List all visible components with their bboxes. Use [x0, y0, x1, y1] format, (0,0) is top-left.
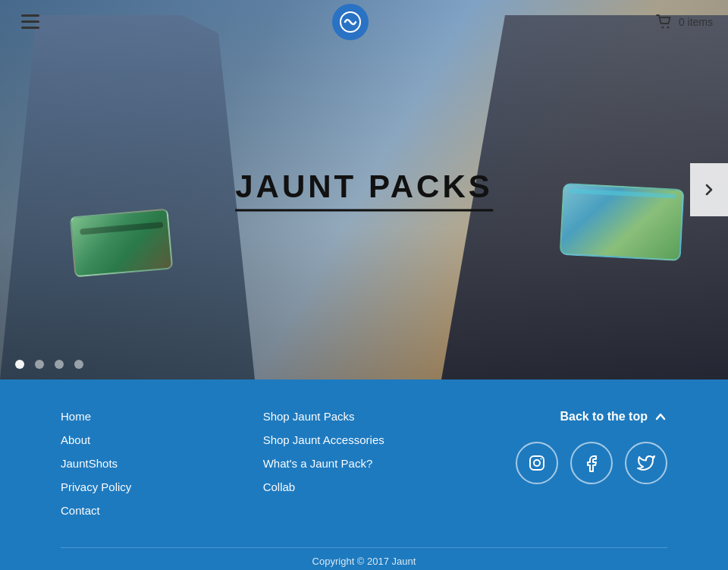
facebook-icon [582, 454, 601, 472]
chevron-up-icon [654, 410, 667, 424]
hero-section: JAUNT PACKS [0, 0, 728, 379]
svg-point-2 [667, 26, 669, 28]
svg-rect-3 [530, 456, 544, 470]
header: 0 items [0, 0, 728, 43]
slide-dot-4[interactable] [74, 360, 83, 369]
footer-col-1: Home About JauntShots Privacy Policy Con… [61, 410, 131, 517]
slide-text: JAUNT PACKS [235, 168, 493, 212]
slide-dot-3[interactable] [55, 360, 64, 369]
footer-link-whats-jaunt[interactable]: What's a Jaunt Pack? [263, 457, 384, 470]
hamburger-line-1 [21, 14, 39, 17]
footer-link-contact[interactable]: Contact [61, 504, 131, 517]
facebook-icon-button[interactable] [570, 442, 613, 484]
fanny-pack-right [560, 183, 685, 261]
twitter-icon-button[interactable] [625, 442, 667, 484]
footer-right: Back to the top [516, 410, 667, 517]
copyright-text: Copyright © 2017 Jaunt [312, 556, 416, 567]
hamburger-line-3 [21, 27, 39, 29]
footer-link-shop-accessories[interactable]: Shop Jaunt Accessories [263, 433, 384, 446]
footer-link-privacy[interactable]: Privacy Policy [61, 480, 131, 493]
logo-icon [340, 11, 361, 33]
footer-link-collab[interactable]: Collab [263, 480, 384, 493]
footer-link-jauntshots[interactable]: JauntShots [61, 457, 131, 470]
twitter-icon [637, 454, 655, 472]
footer-content: Home About JauntShots Privacy Policy Con… [61, 410, 667, 517]
slide-dot-2[interactable] [35, 360, 44, 369]
slide-dots [15, 360, 83, 369]
fanny-pack-left [70, 208, 173, 277]
svg-point-4 [534, 460, 540, 466]
hamburger-line-2 [21, 20, 39, 23]
next-arrow-button[interactable] [690, 163, 728, 216]
svg-point-5 [540, 458, 541, 460]
slide-title: JAUNT PACKS [235, 168, 493, 212]
cart-area[interactable]: 0 items [656, 14, 713, 30]
back-to-top-button[interactable]: Back to the top [560, 410, 667, 424]
footer-link-about[interactable]: About [61, 433, 131, 446]
footer-copyright: Copyright © 2017 Jaunt [61, 547, 667, 567]
footer-link-home[interactable]: Home [61, 410, 131, 423]
hamburger-button[interactable] [15, 8, 46, 35]
chevron-right-icon [701, 182, 717, 197]
social-icons [516, 442, 667, 484]
footer-col-2: Shop Jaunt Packs Shop Jaunt Accessories … [263, 410, 384, 517]
slide-dot-1[interactable] [15, 360, 24, 369]
logo[interactable] [332, 4, 369, 40]
footer-link-shop-packs[interactable]: Shop Jaunt Packs [263, 410, 384, 423]
svg-point-1 [661, 26, 664, 28]
footer: Home About JauntShots Privacy Policy Con… [0, 379, 728, 570]
instagram-icon [528, 454, 546, 472]
cart-icon [656, 14, 673, 30]
instagram-icon-button[interactable] [516, 442, 558, 484]
cart-label: 0 items [679, 16, 713, 28]
back-to-top-label: Back to the top [560, 410, 648, 424]
